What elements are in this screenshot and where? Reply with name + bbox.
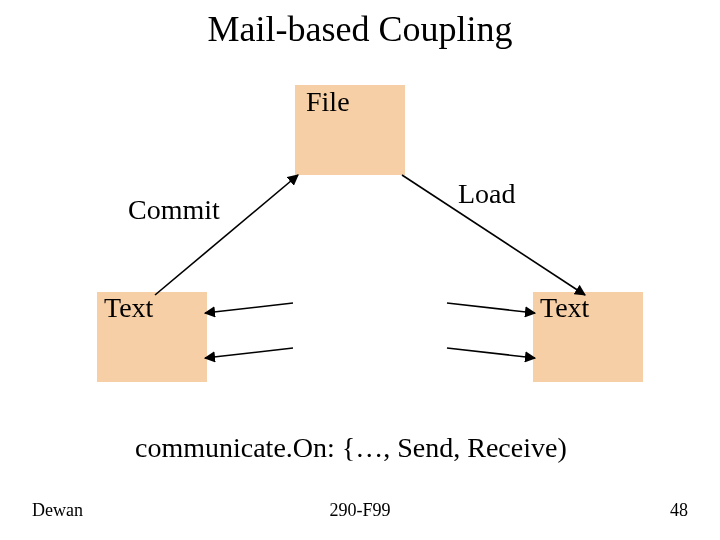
receive-arrows-lower [205, 348, 535, 358]
footer-course: 290-F99 [0, 500, 720, 521]
file-label: File [306, 86, 350, 118]
svg-line-2 [205, 348, 293, 358]
footer-page: 48 [670, 500, 688, 521]
text-right-label: Text [540, 292, 589, 324]
text-left-label: Text [104, 292, 153, 324]
slide: Mail-based Coupling File Text Text Commi… [0, 0, 720, 540]
commit-arrow [155, 175, 298, 295]
svg-line-1 [447, 303, 535, 313]
slide-title: Mail-based Coupling [0, 8, 720, 50]
commit-label: Commit [128, 194, 220, 226]
send-arrows-upper [205, 303, 535, 313]
caption: communicate.On: {…, Send, Receive) [135, 432, 567, 464]
load-label: Load [458, 178, 516, 210]
svg-line-3 [447, 348, 535, 358]
svg-line-0 [205, 303, 293, 313]
